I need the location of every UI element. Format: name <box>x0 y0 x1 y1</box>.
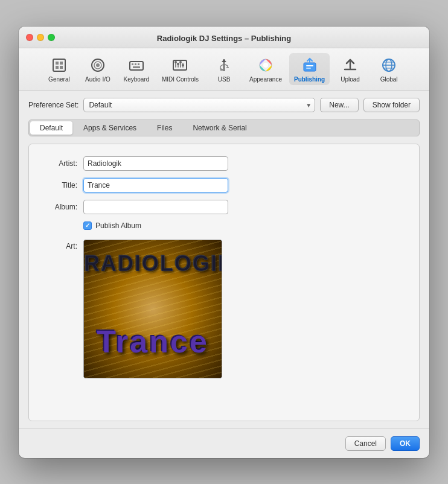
artist-input[interactable] <box>83 156 228 171</box>
svg-point-20 <box>179 61 182 63</box>
svg-rect-0 <box>53 59 65 71</box>
ok-button[interactable]: OK <box>391 436 420 451</box>
tab-files[interactable]: Files <box>147 121 182 135</box>
svg-rect-2 <box>60 62 63 65</box>
usb-label: USB <box>218 76 231 83</box>
global-icon <box>379 56 398 75</box>
keyboard-label: Keyboard <box>124 76 150 83</box>
svg-point-7 <box>96 63 100 67</box>
svg-rect-10 <box>135 63 136 65</box>
publish-album-checkbox[interactable]: ✓ <box>83 221 92 230</box>
publishing-label: Publishing <box>294 76 325 83</box>
usb-icon <box>214 56 234 75</box>
art-image[interactable]: RADIOLOGIK Trance <box>83 240 222 378</box>
art-background: RADIOLOGIK Trance <box>84 240 222 378</box>
publishing-icon <box>300 56 319 75</box>
svg-rect-14 <box>175 63 176 68</box>
publish-album-row: ✓ Publish Album <box>83 221 407 230</box>
global-label: Global <box>380 76 398 83</box>
svg-rect-16 <box>180 63 181 68</box>
svg-rect-22 <box>220 69 223 71</box>
svg-rect-11 <box>138 63 139 65</box>
content-area: Preference Set: Default ▼ New... Show fo… <box>19 91 429 428</box>
toolbar-general[interactable]: General <box>41 53 77 85</box>
toolbar-usb[interactable]: USB <box>206 53 242 85</box>
title-label: Title: <box>41 181 77 189</box>
toolbar-midi-controls[interactable]: MIDI Controls <box>157 53 203 85</box>
title-input[interactable] <box>83 178 228 193</box>
preference-select[interactable]: Default <box>83 98 315 112</box>
preference-label: Preference Set: <box>28 101 78 109</box>
bottom-bar: Cancel OK <box>19 428 429 458</box>
toolbar-upload[interactable]: Upload <box>332 53 368 85</box>
preference-row: Preference Set: Default ▼ New... Show fo… <box>28 98 420 112</box>
album-row: Album: <box>41 200 407 214</box>
audio-io-label: Audio I/O <box>85 76 110 83</box>
cancel-button[interactable]: Cancel <box>345 436 386 451</box>
keyboard-icon <box>127 56 146 75</box>
art-row: Art: RADIOLOGIK Trance <box>41 240 407 378</box>
svg-rect-26 <box>304 63 316 71</box>
art-title-top: RADIOLOGIK <box>84 251 222 276</box>
traffic-lights <box>26 34 55 41</box>
toolbar-global[interactable]: Global <box>371 53 407 85</box>
panel: Artist: Title: Album: ✓ Publish Album <box>28 144 420 421</box>
maximize-button[interactable] <box>48 34 55 41</box>
main-window: Radiologik DJ Settings – Publishing Gene… <box>19 27 429 458</box>
tab-default[interactable]: Default <box>30 121 72 135</box>
art-title-bottom: Trance <box>84 323 222 360</box>
album-input[interactable] <box>83 200 228 214</box>
show-folder-button[interactable]: Show folder <box>363 98 420 112</box>
appearance-icon <box>256 56 275 75</box>
upload-label: Upload <box>341 76 360 83</box>
window-title: Radiologik DJ Settings – Publishing <box>157 34 291 43</box>
artist-label: Artist: <box>41 159 77 168</box>
toolbar-keyboard[interactable]: Keyboard <box>118 53 155 85</box>
tab-apps-services[interactable]: Apps & Services <box>74 121 146 135</box>
tabs-row: Default Apps & Services Files Network & … <box>28 119 420 136</box>
toolbar-appearance[interactable]: Appearance <box>245 53 287 85</box>
publish-album-label: Publish Album <box>95 221 141 230</box>
new-button[interactable]: New... <box>320 98 358 112</box>
svg-point-18 <box>174 61 177 63</box>
svg-rect-28 <box>306 68 311 69</box>
svg-rect-12 <box>133 66 140 68</box>
svg-rect-9 <box>132 63 133 65</box>
svg-rect-1 <box>56 62 59 65</box>
close-button[interactable] <box>26 34 33 41</box>
svg-point-25 <box>263 63 268 68</box>
midi-icon <box>170 56 190 75</box>
preference-select-wrap: Default ▼ <box>83 98 315 112</box>
toolbar-publishing[interactable]: Publishing <box>289 53 330 85</box>
tab-network-serial[interactable]: Network & Serial <box>183 121 256 135</box>
general-label: General <box>48 76 70 83</box>
appearance-label: Appearance <box>249 76 282 83</box>
svg-rect-8 <box>130 62 143 70</box>
art-label: Art: <box>41 240 77 250</box>
midi-controls-label: MIDI Controls <box>162 76 199 83</box>
audio-io-icon <box>88 56 107 75</box>
title-bar: Radiologik DJ Settings – Publishing <box>19 27 429 48</box>
svg-rect-3 <box>56 66 59 69</box>
minimize-button[interactable] <box>37 34 44 41</box>
svg-rect-27 <box>306 65 313 66</box>
svg-rect-4 <box>60 66 63 69</box>
checkmark-icon: ✓ <box>85 223 90 229</box>
svg-point-21 <box>182 64 184 66</box>
title-row: Title: <box>41 178 407 193</box>
album-label: Album: <box>41 203 77 211</box>
toolbar-audio-io[interactable]: Audio I/O <box>80 53 116 85</box>
general-icon <box>50 56 69 75</box>
toolbar: General Audio I/O <box>19 48 429 91</box>
artist-row: Artist: <box>41 156 407 171</box>
svg-point-19 <box>177 63 179 65</box>
upload-icon <box>341 56 360 75</box>
